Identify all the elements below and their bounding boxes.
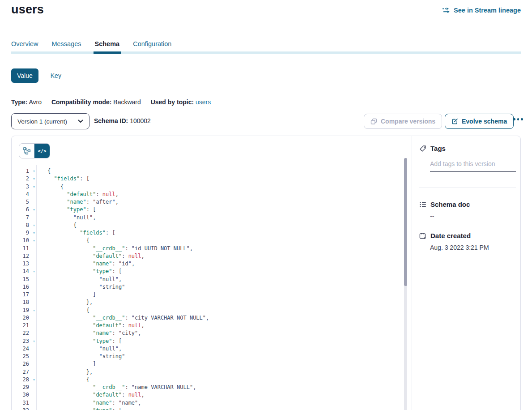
fold-toggle-icon[interactable]: ▼ [31, 206, 37, 214]
key-toggle-button[interactable]: Key [51, 72, 61, 79]
more-options-button[interactable] [513, 118, 523, 120]
code-view-button[interactable]: </> [34, 144, 50, 158]
stream-lineage-link[interactable]: See in Stream lineage [442, 7, 521, 14]
code-line: 14▼ "type": [ [12, 268, 401, 275]
tree-view-button[interactable] [19, 144, 34, 158]
line-number: 3 [12, 183, 29, 191]
code-line: 21 "default": null, [12, 322, 401, 329]
code-content: { [47, 237, 89, 244]
code-line: 11 "__crdb__": "id UUID NOT NULL", [12, 245, 401, 252]
code-line: 6▼ "type": [ [12, 206, 401, 214]
code-content: "null", [47, 276, 122, 283]
compare-versions-button[interactable]: Compare versions [364, 114, 442, 129]
code-content: { [47, 376, 89, 384]
line-number: 15 [12, 276, 29, 283]
code-content: "default": null, [47, 391, 145, 399]
code-line: 31 "name": "name", [12, 399, 401, 407]
code-content: "default": null, [47, 322, 145, 329]
fold-toggle-icon[interactable]: ▼ [31, 229, 37, 237]
fold-toggle-icon[interactable]: ▼ [31, 407, 37, 410]
line-number: 14 [12, 268, 29, 275]
code-content: "name": "id", [47, 260, 135, 268]
tab-bar: Overview Messages Schema Configuration [11, 40, 521, 54]
code-line: 27 }, [12, 368, 401, 376]
line-number: 23 [12, 337, 29, 345]
evolve-schema-button[interactable]: Evolve schema [445, 114, 514, 129]
line-number: 29 [12, 384, 29, 391]
fold-toggle-icon[interactable]: ▼ [31, 376, 37, 384]
code-line: 17 ] [12, 291, 401, 299]
line-number: 17 [12, 291, 29, 299]
fold-toggle-icon[interactable]: ▼ [31, 183, 37, 191]
code-content: "type": [ [47, 206, 96, 214]
line-number: 30 [12, 391, 29, 399]
version-select-value: Version 1 (current) [17, 118, 67, 125]
code-line: 29 "__crdb__": "name VARCHAR NULL", [12, 384, 401, 391]
line-number: 21 [12, 322, 29, 329]
code-line: 16 "string" [12, 283, 401, 291]
code-line: 18 }, [12, 299, 401, 306]
line-number: 16 [12, 283, 29, 291]
line-number: 5 [12, 198, 29, 206]
topic-link[interactable]: users [196, 98, 211, 106]
fold-toggle-icon[interactable]: ▼ [31, 237, 37, 244]
tab-configuration[interactable]: Configuration [133, 40, 171, 51]
code-content: "fields": [ [47, 229, 115, 237]
code-content: "string" [47, 283, 125, 291]
code-content: "default": null, [47, 191, 119, 198]
compatibility-mode: Compatibility mode: Backward [51, 98, 141, 106]
code-content: ] [47, 291, 96, 299]
line-number: 26 [12, 360, 29, 368]
tab-schema[interactable]: Schema [95, 40, 120, 51]
code-view-icon: </> [38, 148, 47, 154]
line-number: 9 [12, 229, 29, 237]
fold-toggle-icon[interactable]: ▼ [31, 167, 37, 175]
line-number: 11 [12, 245, 29, 252]
line-number: 4 [12, 191, 29, 198]
line-number: 25 [12, 353, 29, 360]
line-number: 28 [12, 376, 29, 384]
tab-overview[interactable]: Overview [11, 40, 38, 51]
code-scrollbar-thumb[interactable] [404, 158, 407, 286]
code-content: "type": [ [47, 268, 122, 275]
panel-divider [412, 136, 412, 410]
tags-section-header: Tags [419, 145, 446, 152]
tab-messages[interactable]: Messages [51, 40, 81, 51]
line-number: 8 [12, 222, 29, 229]
page-title: users [11, 3, 44, 17]
code-content: ] [47, 360, 96, 368]
fold-toggle-icon[interactable]: ▼ [31, 307, 37, 314]
code-content: { [47, 307, 89, 314]
fold-toggle-icon[interactable]: ▼ [31, 222, 37, 229]
schema-type: Type: Avro [11, 98, 42, 106]
code-line: 32▼ "type": [ [12, 407, 401, 410]
code-content: { [47, 167, 51, 175]
schema-code-editor[interactable]: 1▼{2▼ "fields": [3▼ {4 "default": null,5… [12, 167, 401, 410]
schema-meta-row: Type: Avro Compatibility mode: Backward … [11, 98, 219, 106]
add-tags-input[interactable] [430, 158, 516, 172]
code-line: 24 "null", [12, 345, 401, 353]
stream-lineage-icon [442, 7, 451, 13]
code-line: 4 "default": null, [12, 191, 401, 198]
fold-toggle-icon[interactable]: ▼ [31, 337, 37, 345]
line-number: 18 [12, 299, 29, 306]
fold-toggle-icon[interactable]: ▼ [31, 175, 37, 183]
line-number: 6 [12, 206, 29, 214]
value-toggle-button[interactable]: Value [11, 68, 38, 83]
code-content: "name": "city", [47, 329, 141, 337]
code-line: 10▼ { [12, 237, 401, 244]
code-line: 22 "name": "city", [12, 329, 401, 337]
tree-view-icon [23, 147, 30, 154]
code-content: }, [47, 299, 93, 306]
fold-toggle-icon[interactable]: ▼ [31, 268, 37, 275]
code-line: 1▼{ [12, 167, 401, 175]
schema-id: Schema ID: 100002 [94, 117, 151, 124]
line-number: 20 [12, 314, 29, 322]
code-line: 12 "default": null, [12, 252, 401, 260]
version-select[interactable]: Version 1 (current) [11, 113, 89, 129]
code-line: 3▼ { [12, 183, 401, 191]
code-line: 28▼ { [12, 376, 401, 384]
code-line: 9▼ "fields": [ [12, 229, 401, 237]
used-by-topic: Used by topic: users [151, 98, 211, 106]
code-line: 8▼ { [12, 222, 401, 229]
